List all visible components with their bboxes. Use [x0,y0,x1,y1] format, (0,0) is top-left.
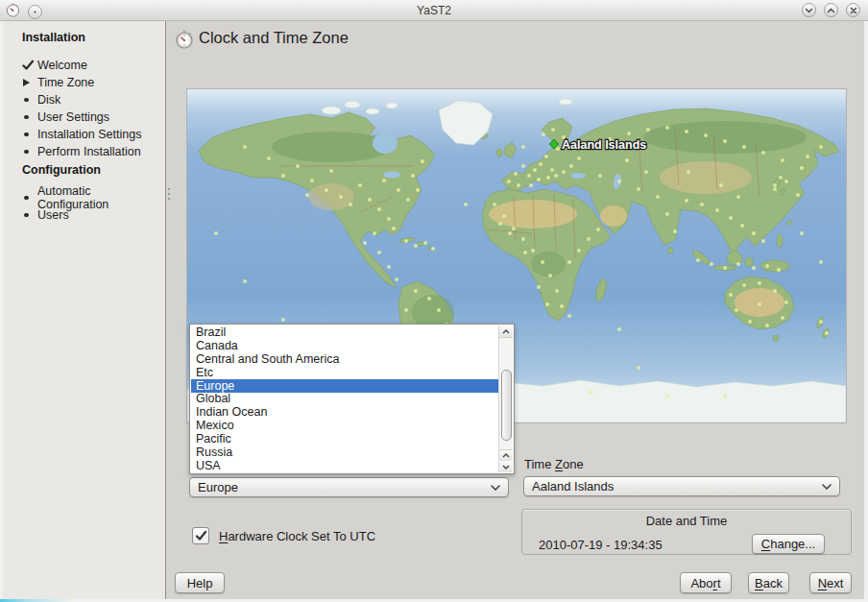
help-button[interactable]: Help [175,572,225,593]
sidebar-item-label: Installation Settings [37,128,141,141]
sidebar-separator [165,21,166,599]
scroll-up2-icon[interactable] [499,449,513,461]
bullet-icon [22,150,37,155]
next-button[interactable]: Next [809,572,852,593]
sidebar-section-installation: Installation [22,31,165,44]
scroll-down-icon[interactable] [499,461,513,472]
region-option-indian-ocean[interactable]: Indian Ocean [191,405,498,419]
check-icon [195,530,207,542]
region-option-mexico[interactable]: Mexico [191,419,498,432]
region-option-canada[interactable]: Canada [191,339,498,352]
sidebar-item-label: Disk [37,93,60,107]
timezone-combobox[interactable]: Aaland Islands [523,476,840,496]
timezone-combobox-value: Aaland Islands [532,479,614,494]
sidebar-item-time-zone: Time Zone [22,74,165,91]
page-title: Clock and Time Zone [199,29,349,47]
region-list-scrollbar[interactable] [498,325,513,472]
region-option-pacific[interactable]: Pacific [191,432,498,445]
sidebar-item-label: Time Zone [37,76,94,89]
clock-header-icon [175,30,194,53]
splitter-handle[interactable] [168,185,171,203]
sidebar-item-installation-settings: Installation Settings [22,126,165,143]
region-option-russia[interactable]: Russia [191,445,498,459]
hardware-clock-row: Hardware Clock Set To UTC [192,527,375,544]
window-menu-button[interactable] [28,5,42,19]
close-button[interactable] [846,3,860,17]
bullet-icon [22,196,37,201]
sidebar-item-label: User Settings [37,110,109,124]
hardware-clock-label: Hardware Clock Set To UTC [219,529,375,543]
sidebar-item-user-settings: User Settings [22,108,165,126]
bullet-icon [22,213,37,218]
sidebar-item-disk: Disk [22,91,165,108]
region-list-popup: Brazil Canada Central and South America … [189,324,515,474]
region-combobox[interactable]: Europe [189,477,509,497]
hardware-clock-checkbox[interactable] [192,527,209,544]
back-button[interactable]: Back [748,572,789,593]
maximize-button[interactable] [824,3,838,17]
timezone-marker[interactable]: Aaland Islands [549,138,646,152]
window-titlebar[interactable]: YaST2 [0,0,868,21]
sidebar-item-label: Automatic Configuration [37,184,165,211]
sidebar-item-label: Perform Installation [37,145,141,158]
current-datetime-value: 2010-07-19 - 19:34:35 [539,538,663,552]
bullet-icon [22,98,37,103]
arrow-right-icon [22,79,37,86]
sidebar-item-perform-installation: Perform Installation [22,143,165,160]
chevron-down-icon [491,485,500,491]
region-option-brazil[interactable]: Brazil [191,325,498,339]
timezone-marker-label: Aaland Islands [562,138,646,152]
scroll-up-icon[interactable] [499,325,513,338]
region-option-europe-selected[interactable]: Europe [191,379,498,393]
date-time-group-title: Date and Time [522,514,851,528]
check-icon [22,60,37,71]
yast-stopwatch-icon [6,3,20,21]
sidebar-item-label: Welcome [37,59,87,72]
abort-button[interactable]: Abort [680,572,732,593]
bullet-icon [22,132,37,137]
region-option-usa[interactable]: USA [191,459,498,472]
minimize-button[interactable] [802,3,816,17]
bullet-icon [22,115,37,120]
sidebar-item-welcome: Welcome [22,57,165,74]
region-combobox-value: Europe [198,480,238,494]
sidebar-item-automatic-configuration: Automatic Configuration [22,189,165,206]
window-border-left [0,21,3,599]
installation-steps-sidebar: Installation Welcome Time Zone Disk User… [3,21,165,599]
scrollbar-thumb[interactable] [501,370,512,441]
timezone-label: Time Zone [524,457,584,471]
date-time-groupbox: Date and Time 2010-07-19 - 19:34:35 Chan… [521,509,852,555]
region-option-central-south-america[interactable]: Central and South America [191,352,498,366]
region-option-global[interactable]: Global [191,393,498,406]
change-datetime-button[interactable]: Change... [752,534,825,554]
window-border-right [864,21,868,599]
yast2-window: YaST2 [0,0,868,602]
chevron-down-icon [822,484,832,490]
window-title: YaST2 [0,4,868,17]
sidebar-section-configuration: Configuration [22,163,165,177]
region-option-etc[interactable]: Etc [191,366,498,379]
sidebar-item-label: Users [37,208,69,222]
